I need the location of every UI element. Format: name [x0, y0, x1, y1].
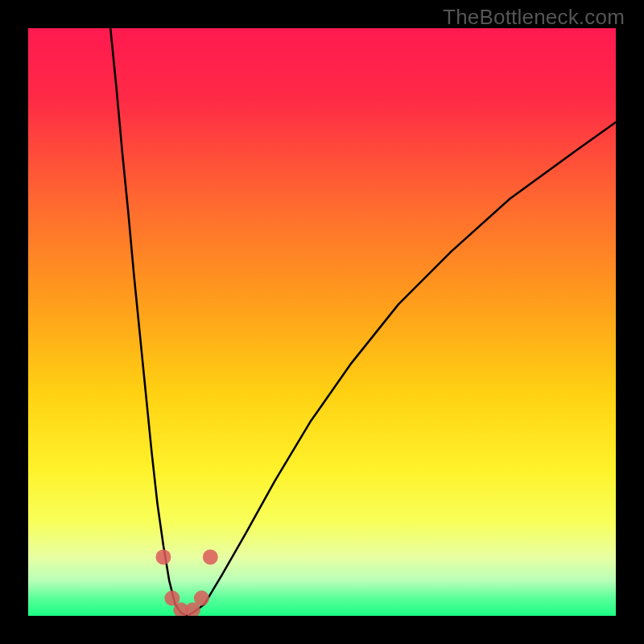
marker-point [203, 550, 218, 565]
marker-point [155, 550, 171, 565]
plot-area [28, 28, 616, 616]
marker-layer [28, 28, 616, 616]
attribution-text: TheBottleneck.com [443, 5, 625, 30]
chart-frame: TheBottleneck.com [0, 0, 644, 644]
marker-point [194, 591, 209, 606]
